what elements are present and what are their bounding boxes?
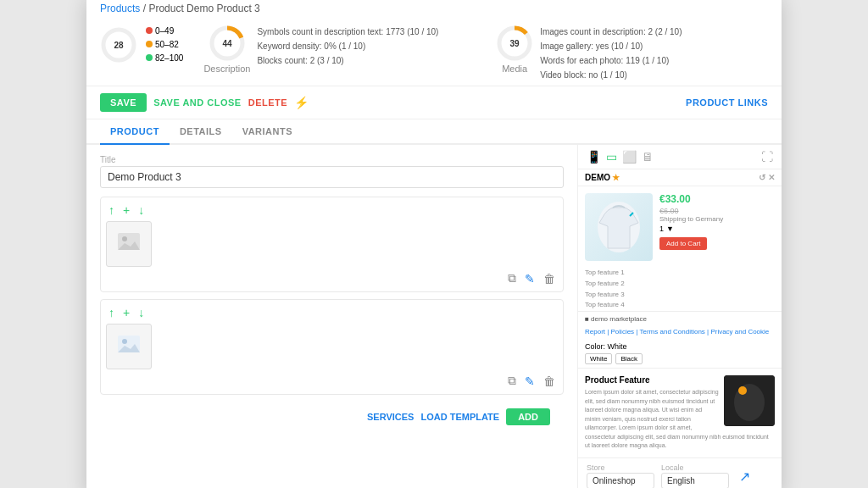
svg-point-22 [738, 386, 747, 395]
delete-button[interactable]: DELETE [248, 97, 287, 108]
preview-feature-product-img [724, 375, 775, 426]
block-row-2: ↑ + ↓ ⧉ ✎ 🗑 [100, 299, 564, 395]
media-details: Images count in description: 2 (2 / 10) … [540, 25, 768, 82]
preview-add-to-cart-button[interactable]: Add to Cart [659, 237, 707, 250]
svg-text:28: 28 [114, 41, 124, 50]
block-1-down[interactable]: ↓ [136, 202, 147, 218]
preview-product-image [585, 193, 653, 261]
locale-select-group: Locale English German French [661, 463, 729, 488]
locale-label: Locale [661, 463, 729, 472]
block-2-add[interactable]: + [120, 305, 132, 320]
block-row-1: ↑ + ↓ ⧉ ✎ 🗑 [100, 197, 564, 292]
description-count-circle: 44 [209, 25, 246, 62]
preview-qty: 1▼ [659, 225, 775, 233]
preview-feature-item-4: Top feature 4 [585, 300, 775, 311]
preview-price: €33.00 [659, 193, 775, 205]
preview-frame: DEMO ★ ↺ ✕ [578, 169, 782, 458]
description-legend: 0–49 50–82 82–100 [146, 25, 183, 65]
block-1-controls: ↑ + ↓ [106, 202, 558, 218]
right-panel: 📱 ▭ ⬜ 🖥 ⛶ DEMO ★ ↺ ✕ [578, 145, 782, 488]
preview-feature-list: Top feature 1 Top feature 2 Top feature … [578, 268, 782, 311]
preview-product-row: €33.00 €6.00 Shipping to Germany 1▼ Add … [578, 186, 782, 268]
load-template-button[interactable]: LOAD TEMPLATE [420, 412, 499, 422]
preview-feature-item-2: Top feature 2 [585, 279, 775, 290]
preview-color-swatches: White Black [585, 353, 775, 364]
product-links-button[interactable]: PRODUCT LINKS [686, 97, 768, 108]
locale-select[interactable]: English German French [661, 473, 729, 488]
breadcrumb-products-link[interactable]: Products [100, 3, 140, 14]
svg-text:44: 44 [222, 39, 232, 48]
services-button[interactable]: SERVICES [367, 412, 414, 422]
store-select-group: Store Onlineshop [587, 463, 654, 488]
preview-shirt-image [589, 197, 648, 257]
preview-controls: 📱 ▭ ⬜ 🖥 ⛶ [578, 145, 782, 169]
block-1-image-icon [116, 231, 142, 257]
tab-details[interactable]: DETAILS [170, 119, 232, 145]
block-2-up[interactable]: ↑ [106, 305, 117, 320]
expand-preview-icon[interactable]: ⛶ [761, 150, 773, 164]
block-2-delete[interactable]: 🗑 [541, 374, 558, 389]
swatch-white[interactable]: White [585, 353, 612, 364]
preview-shop-links: Report | Policies | Terms and Conditions… [578, 326, 782, 339]
description-details: Symbols count in description text: 1773 … [257, 25, 476, 68]
block-2-bottom-controls: ⧉ ✎ 🗑 [106, 373, 558, 389]
svg-point-13 [122, 236, 127, 241]
breadcrumb-current: Product Demo Product 3 [148, 3, 259, 14]
block-1-delete[interactable]: 🗑 [541, 271, 558, 286]
store-select[interactable]: Onlineshop [587, 473, 654, 488]
tab-product[interactable]: PRODUCT [100, 119, 170, 145]
save-and-close-button[interactable]: SAVE AND CLOSE [153, 97, 242, 108]
preview-feature-item-1: Top feature 1 [585, 268, 775, 279]
block-1-image [106, 221, 152, 267]
preview-color-label: Color: White [585, 342, 775, 351]
swatch-black[interactable]: Black [615, 353, 643, 364]
tab-variants[interactable]: VARIANTS [232, 119, 303, 145]
share-button[interactable]: ↗ [739, 469, 750, 485]
preview-product-info: €33.00 €6.00 Shipping to Germany 1▼ Add … [659, 193, 775, 261]
add-block-button[interactable]: ADD [506, 408, 550, 425]
left-panel: Title ↑ + ↓ ⧉ ✎ [86, 145, 578, 488]
main-content: Title ↑ + ↓ ⧉ ✎ [86, 145, 782, 488]
preview-brand-star: ★ [612, 173, 620, 182]
store-locale-bar: Store Onlineshop Locale English German F… [578, 458, 782, 488]
block-1-edit[interactable]: ✎ [522, 271, 537, 286]
description-label: Description [203, 64, 250, 74]
bottom-actions: SERVICES LOAD TEMPLATE ADD [100, 402, 564, 432]
title-input[interactable] [100, 166, 564, 188]
svg-point-16 [122, 339, 127, 344]
block-2-image [106, 324, 152, 369]
block-1-bottom-controls: ⧉ ✎ 🗑 [106, 270, 558, 286]
small-desktop-preview-icon[interactable]: ⬜ [622, 150, 637, 164]
tablet-preview-icon[interactable]: ▭ [606, 150, 617, 164]
block-2-image-icon [116, 334, 142, 359]
score-row: 28 0–49 50–82 82–100 44 D [86, 18, 782, 86]
preview-brand: DEMO ★ ↺ ✕ [578, 169, 782, 186]
preview-color-section: Color: White White Black [578, 339, 782, 368]
desktop-preview-icon[interactable]: 🖥 [642, 150, 654, 164]
preview-feature-image [724, 375, 775, 426]
preview-shipping: Shipping to Germany [659, 215, 775, 223]
media-label: Media [502, 64, 527, 74]
description-score-circle: 28 [100, 26, 137, 64]
translate-button[interactable]: ⚡ [294, 96, 309, 109]
preview-feature-section: Product Feature Lorem ipsum dolor sit am… [578, 368, 782, 458]
tabs: PRODUCT DETAILS VARIANTS [86, 119, 782, 145]
store-label: Store [587, 463, 654, 472]
preview-feature-item-3: Top feature 3 [585, 290, 775, 301]
media-score-circle: 39 [496, 25, 533, 62]
description-score-card: 28 0–49 50–82 82–100 [100, 25, 183, 65]
toolbar: SAVE SAVE AND CLOSE DELETE ⚡ PRODUCT LIN… [86, 86, 782, 119]
block-1-add[interactable]: + [120, 202, 132, 218]
block-1-copy[interactable]: ⧉ [505, 270, 519, 286]
block-2-controls: ↑ + ↓ [106, 305, 558, 320]
mobile-preview-icon[interactable]: 📱 [587, 150, 601, 164]
svg-text:39: 39 [510, 39, 520, 48]
main-window: Products / Product Demo Product 3 28 0–4… [86, 0, 782, 488]
preview-brand-name: DEMO [585, 173, 610, 182]
save-button[interactable]: SAVE [100, 93, 147, 112]
block-2-copy[interactable]: ⧉ [505, 373, 519, 389]
block-2-down[interactable]: ↓ [136, 305, 147, 320]
preview-refresh-icon[interactable]: ↺ ✕ [759, 173, 775, 182]
block-1-up[interactable]: ↑ [106, 202, 117, 218]
block-2-edit[interactable]: ✎ [522, 374, 537, 389]
